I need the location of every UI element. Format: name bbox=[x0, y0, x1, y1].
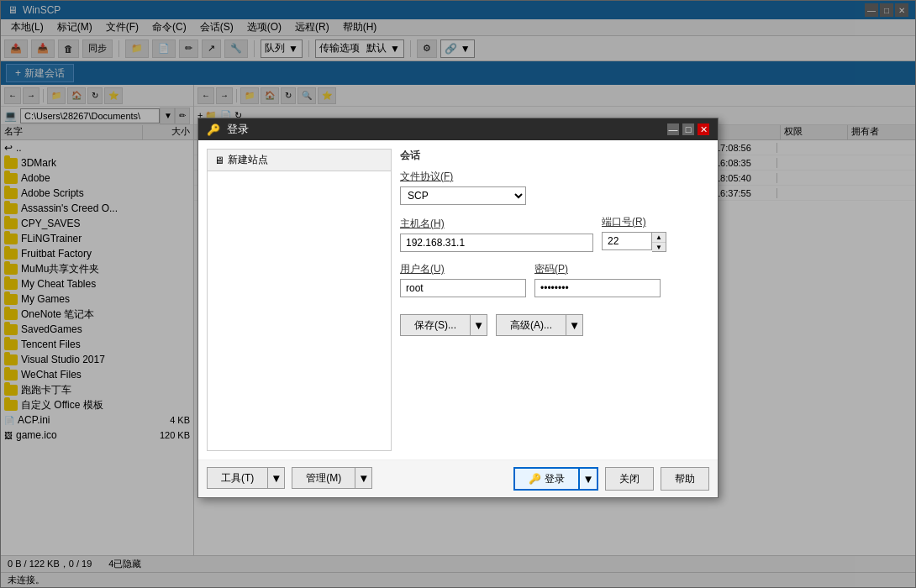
user-label: 用户名(U) bbox=[400, 262, 526, 276]
login-btn-group: 🔑 登录 ▼ bbox=[513, 467, 598, 491]
port-down-button[interactable]: ▼ bbox=[652, 242, 666, 251]
host-input[interactable] bbox=[400, 234, 593, 252]
port-input-group: ▲ ▼ bbox=[602, 232, 666, 252]
tools-dropdown-button[interactable]: ▼ bbox=[268, 467, 285, 489]
form-session-title: 会话 bbox=[400, 149, 709, 163]
new-site-label: 新建站点 bbox=[228, 153, 268, 167]
port-spinners: ▲ ▼ bbox=[652, 232, 666, 252]
advanced-btn-group: 高级(A)... ▼ bbox=[496, 314, 583, 336]
protocol-select[interactable]: SCP SFTP FTP WebDAV S3 bbox=[400, 186, 526, 205]
login-icon: 🔑 bbox=[529, 473, 541, 485]
protocol-label-text: 文件协议(F) bbox=[400, 171, 453, 182]
host-label: 主机名(H) bbox=[400, 217, 593, 231]
user-group: 用户名(U) bbox=[400, 262, 526, 297]
dialog-bottom-buttons: 工具(T) ▼ 管理(M) ▼ 🔑 登录 ▼ 关闭 帮助 bbox=[198, 459, 718, 497]
dialog-minimize-button[interactable]: — bbox=[667, 123, 679, 135]
host-group: 主机名(H) bbox=[400, 217, 593, 252]
new-site-icon: 🖥 bbox=[214, 155, 224, 166]
port-label: 端口号(R) bbox=[602, 215, 666, 229]
host-label-text: 主机名(H) bbox=[400, 218, 445, 229]
save-btn-group: 保存(S)... ▼ bbox=[400, 314, 487, 336]
form-protocol-group: 文件协议(F) SCP SFTP FTP WebDAV S3 bbox=[400, 170, 709, 205]
dialog-close-button[interactable]: ✕ bbox=[698, 123, 709, 135]
sites-panel: 🖥 新建站点 bbox=[207, 149, 392, 451]
port-label-text: 端口号(R) bbox=[602, 216, 646, 228]
port-group: 端口号(R) ▲ ▼ bbox=[602, 215, 666, 252]
username-input[interactable] bbox=[400, 279, 526, 297]
dialog-title-text: 登录 bbox=[227, 122, 249, 137]
dialog-title-left: 🔑 登录 bbox=[207, 122, 249, 137]
tools-button[interactable]: 工具(T) bbox=[207, 467, 268, 489]
dialog-bottom-left: 工具(T) ▼ 管理(M) ▼ bbox=[207, 467, 507, 491]
user-label-text: 用户名(U) bbox=[400, 263, 445, 275]
pass-label: 密码(P) bbox=[534, 262, 661, 276]
form-host-row: 主机名(H) 端口号(R) ▲ ▼ bbox=[400, 215, 709, 252]
advanced-dropdown-button[interactable]: ▼ bbox=[566, 314, 583, 336]
pass-label-text: 密码(P) bbox=[534, 263, 568, 275]
dialog-title-bar: 🔑 登录 — □ ✕ bbox=[198, 118, 718, 140]
advanced-button[interactable]: 高级(A)... bbox=[496, 314, 566, 336]
sites-panel-header: 🖥 新建站点 bbox=[208, 150, 391, 171]
pass-group: 密码(P) bbox=[534, 262, 661, 297]
manage-button[interactable]: 管理(M) bbox=[292, 467, 355, 489]
dialog-icon: 🔑 bbox=[207, 123, 220, 136]
dialog-body: 🖥 新建站点 会话 文件协议(F) SCP SFTP FTP WebDAV S3 bbox=[198, 140, 718, 459]
login-dropdown-button[interactable]: ▼ bbox=[580, 467, 598, 491]
form-credentials-row: 用户名(U) 密码(P) bbox=[400, 262, 709, 297]
dialog-help-btn[interactable]: 帮助 bbox=[661, 467, 709, 491]
login-form: 会话 文件协议(F) SCP SFTP FTP WebDAV S3 主 bbox=[400, 149, 709, 451]
login-dialog: 🔑 登录 — □ ✕ 🖥 新建站点 会话 文件协议(F) bbox=[197, 118, 719, 498]
dialog-maximize-button[interactable]: □ bbox=[682, 123, 694, 135]
manage-btn-group: 管理(M) ▼ bbox=[292, 467, 372, 491]
save-dropdown-button[interactable]: ▼ bbox=[471, 314, 487, 336]
login-btn-label: 登录 bbox=[545, 472, 565, 486]
password-input[interactable] bbox=[534, 279, 661, 297]
port-input[interactable] bbox=[602, 232, 652, 250]
save-button[interactable]: 保存(S)... bbox=[400, 314, 471, 336]
tools-btn-group: 工具(T) ▼ bbox=[207, 467, 285, 491]
protocol-label: 文件协议(F) bbox=[400, 170, 709, 184]
form-action-buttons: 保存(S)... ▼ 高级(A)... ▼ bbox=[400, 314, 709, 336]
dialog-title-controls: — □ ✕ bbox=[667, 123, 709, 135]
login-button[interactable]: 🔑 登录 bbox=[513, 467, 580, 491]
port-up-button[interactable]: ▲ bbox=[652, 233, 666, 242]
dialog-close-btn[interactable]: 关闭 bbox=[605, 467, 654, 491]
manage-dropdown-button[interactable]: ▼ bbox=[355, 467, 372, 489]
